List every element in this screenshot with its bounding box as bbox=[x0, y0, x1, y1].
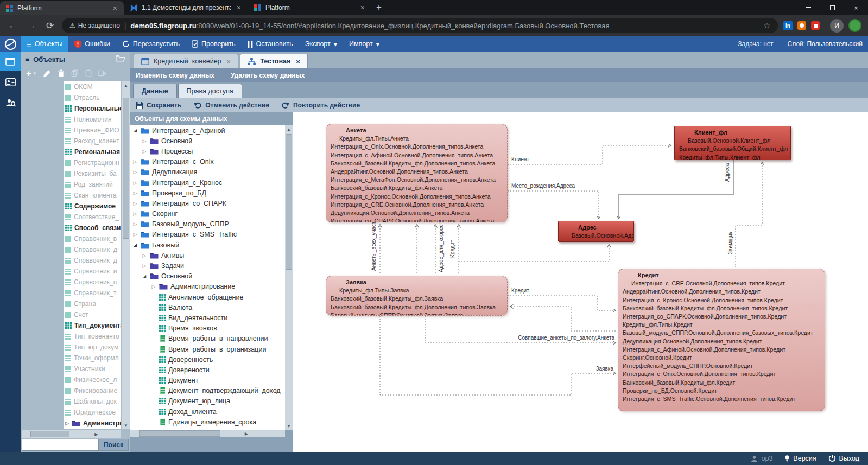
delete-object-button[interactable] bbox=[58, 69, 65, 77]
scroll-up-icon[interactable]: ▲ bbox=[122, 81, 130, 89]
schema-tree-item[interactable]: Анонимное_обращение bbox=[130, 292, 293, 302]
copy-object-button[interactable] bbox=[71, 69, 79, 77]
expander-icon[interactable]: ▷ bbox=[132, 232, 138, 237]
toolbar-button-остановить[interactable]: Остановить bbox=[242, 36, 299, 52]
objects-tree-item[interactable]: ▷Администриро bbox=[64, 418, 121, 429]
expander-icon[interactable]: ▷ bbox=[132, 159, 138, 164]
browser-tab[interactable]: Platform× bbox=[248, 0, 371, 15]
tab-close-icon[interactable]: × bbox=[227, 58, 231, 66]
objects-tree-item[interactable]: Способ_связи bbox=[64, 222, 121, 233]
objects-tree-item[interactable]: Счет bbox=[64, 309, 121, 320]
expander-icon[interactable]: ▷ bbox=[151, 284, 156, 289]
diagram-canvas[interactable]: КлиентМесто_рождения,АдресаАдресаЗаемщик… bbox=[293, 112, 868, 452]
schema-tree-item[interactable]: ▷Дедупликация bbox=[130, 167, 293, 177]
rail-objects-tab[interactable] bbox=[0, 52, 21, 71]
search-input[interactable] bbox=[22, 439, 98, 451]
objects-tree-item[interactable]: Регистрационн bbox=[64, 157, 121, 168]
schema-tree-item[interactable]: Валюта bbox=[130, 302, 293, 313]
expander-icon[interactable]: ▷ bbox=[142, 263, 147, 269]
objects-tree-item[interactable]: Фиксирование bbox=[64, 385, 121, 396]
expander-icon[interactable]: ◢ bbox=[132, 128, 138, 133]
objects-tree-item[interactable]: Реквизиты_ба bbox=[64, 168, 121, 179]
objects-tree-item[interactable]: Прежние_ФИО bbox=[64, 125, 121, 136]
schema-tree-item[interactable]: Документ bbox=[130, 375, 293, 386]
entity-заявка[interactable]: ЗаявкаКредиты_фл.Типы.ЗаявкаБанковский_б… bbox=[326, 276, 508, 316]
objects-tree-item[interactable]: Региональная_ bbox=[64, 146, 121, 157]
tab-права-доступа[interactable]: Права доступа bbox=[178, 84, 242, 98]
tab-данные[interactable]: Данные bbox=[133, 84, 177, 98]
schema-tree-item[interactable]: ▷Проверки_по_БД bbox=[130, 188, 293, 198]
schema-tree-item[interactable]: Документ_юр_лица bbox=[130, 396, 293, 406]
objects-tree-item[interactable]: Род_занятий bbox=[64, 179, 121, 190]
action-повторить-действие[interactable]: Повторить действие bbox=[281, 101, 360, 109]
objects-tree-item[interactable]: Тип_документа bbox=[64, 320, 121, 331]
toolbar-button-объекты[interactable]: ≡Объекты bbox=[21, 36, 68, 52]
expander-icon[interactable]: ▷ bbox=[132, 169, 138, 175]
objects-tree-item[interactable]: Персональные bbox=[64, 103, 121, 114]
extension-icon-orange[interactable] bbox=[797, 21, 806, 30]
scroll-thumb[interactable] bbox=[139, 430, 220, 437]
expander-icon[interactable]: ▷ bbox=[65, 421, 69, 426]
security-warning[interactable]: ⚠Не защищено bbox=[69, 22, 120, 29]
schema-tree-item[interactable]: ▷Базовый_модуль_СППР bbox=[130, 219, 293, 230]
schema-tree-item[interactable]: Вид_деятельности bbox=[130, 313, 293, 323]
schema-tree-item[interactable]: ◢Интеграция_с_Афиной bbox=[130, 125, 293, 136]
objects-tree-item[interactable]: Тип_ковенанто bbox=[64, 331, 121, 342]
schema-tree-item[interactable]: ▷Скоринг bbox=[130, 209, 293, 219]
close-window-button[interactable]: × bbox=[844, 0, 868, 15]
schema-tree-item[interactable]: Время_работы_в_направлении bbox=[130, 334, 293, 344]
scroll-thumb[interactable] bbox=[30, 431, 69, 437]
schema-tree-item[interactable]: ▷Интеграция_с_Onix bbox=[130, 157, 293, 167]
extension-icon-red[interactable] bbox=[811, 21, 820, 30]
schema-tree-item[interactable]: Доверенность bbox=[130, 354, 293, 365]
expander-icon[interactable]: ◢ bbox=[132, 243, 138, 247]
objects-tree-item[interactable]: Участники bbox=[64, 364, 121, 374]
schema-tree-item[interactable]: ▷Интеграция_со_СПАРК bbox=[130, 198, 293, 208]
scroll-thumb[interactable] bbox=[123, 98, 129, 239]
export-object-button[interactable] bbox=[98, 69, 106, 77]
new-tab-button[interactable]: + bbox=[371, 0, 387, 15]
forward-icon[interactable]: → bbox=[25, 20, 38, 31]
objects-tree-item[interactable]: Страна bbox=[64, 298, 121, 309]
schema-tree-item[interactable]: Время_звонков bbox=[130, 323, 293, 334]
objects-tree-item[interactable]: Отрасль bbox=[64, 92, 121, 103]
toolbar-button-ошибки[interactable]: Ошибки bbox=[68, 36, 116, 52]
browser-tab[interactable]: 1.1 Демостенды для презентаци× bbox=[124, 0, 248, 15]
schema-tree-item[interactable]: Единицы_измерения_срока bbox=[130, 417, 293, 427]
expander-icon[interactable]: ▷ bbox=[142, 138, 147, 144]
objects-tree-item[interactable]: Юридическое_ bbox=[64, 407, 121, 418]
maximize-button[interactable] bbox=[820, 0, 844, 15]
scroll-down-icon[interactable]: ▼ bbox=[122, 422, 130, 429]
schema-tree-item[interactable]: ▷Задачи bbox=[130, 260, 293, 271]
expander-icon[interactable]: ▷ bbox=[142, 253, 147, 258]
schema-tree-item[interactable]: ▷Основной bbox=[130, 136, 293, 146]
url-field[interactable]: ⚠Не защищено | demo05.fisgroup.ru:8080/w… bbox=[62, 18, 778, 33]
open-folder-icon[interactable] bbox=[116, 55, 125, 63]
objects-tree-item[interactable]: Соответствие_ bbox=[64, 212, 121, 222]
tab-close-icon[interactable]: × bbox=[359, 3, 366, 12]
objects-tree-item[interactable]: Справочник_д bbox=[64, 255, 121, 266]
schema-tree-item[interactable]: ▷Активы bbox=[130, 250, 293, 260]
objects-tree-item[interactable]: Точки_оформл bbox=[64, 353, 121, 364]
expander-icon[interactable]: ▷ bbox=[142, 149, 147, 154]
schema-tree-item[interactable]: Документ_подтверждающий_доход bbox=[130, 386, 293, 396]
paste-object-button[interactable] bbox=[85, 69, 92, 77]
schema-tree-item[interactable]: ◢Базовый bbox=[130, 240, 293, 250]
browser-tab[interactable]: Platform× bbox=[0, 1, 124, 15]
objects-tree-item[interactable]: Справочник_в bbox=[64, 233, 121, 244]
schema-tree-item[interactable]: ▷Администрирование bbox=[130, 282, 293, 292]
objects-tree-item[interactable]: Физическое_л bbox=[64, 374, 121, 385]
objects-tree-item[interactable]: Скан_клиента bbox=[64, 190, 121, 201]
green-profile-icon[interactable] bbox=[848, 19, 861, 32]
expander-icon[interactable]: ▷ bbox=[132, 211, 138, 216]
tab-close-icon[interactable]: × bbox=[296, 58, 300, 66]
scroll-thumb[interactable] bbox=[286, 134, 292, 270]
schema-tree-item[interactable]: Доверености bbox=[130, 365, 293, 375]
objects-tree-item[interactable]: Справочник_т bbox=[64, 288, 121, 298]
objects-tree-item[interactable]: Тип_юр_докум bbox=[64, 342, 121, 353]
expander-icon[interactable]: ◢ bbox=[142, 274, 147, 279]
document-tab-тестовая[interactable]: Тестовая× bbox=[240, 54, 308, 68]
layer-link[interactable]: Пользовательский bbox=[807, 40, 863, 48]
scroll-down-icon[interactable]: ▼ bbox=[285, 422, 293, 430]
objects-tree-item[interactable]: Полномочия bbox=[64, 114, 121, 125]
